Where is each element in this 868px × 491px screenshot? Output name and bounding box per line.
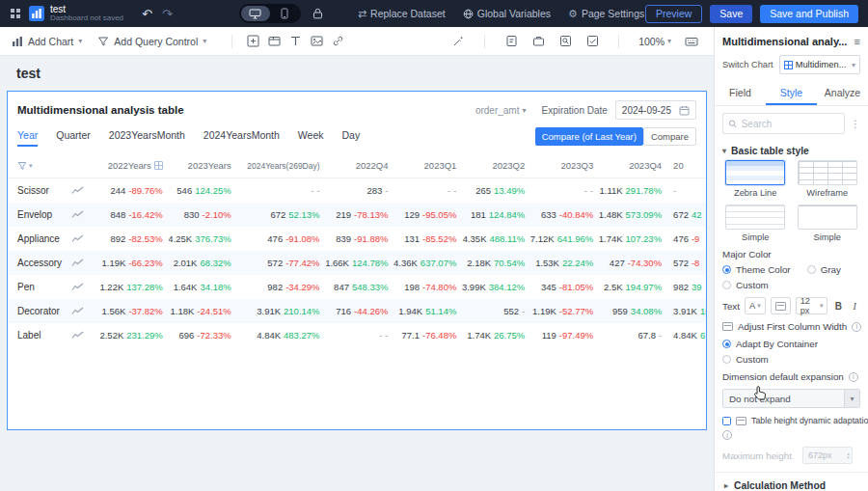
compare-last-year-button[interactable]: Compare (of Last Year) [535, 127, 643, 146]
tab-field[interactable]: Field [715, 81, 766, 105]
insert-component-icon[interactable] [242, 31, 263, 52]
table-cell: 4.84K6,17 [667, 330, 706, 341]
trend-chart-icon[interactable] [71, 234, 84, 243]
text-component-icon[interactable] [285, 31, 306, 52]
briefcase-icon[interactable] [528, 31, 549, 52]
trend-chart-icon[interactable] [71, 186, 84, 195]
theme-color-radio[interactable] [722, 265, 731, 274]
column-header[interactable]: 2022Q4 [326, 160, 394, 171]
column-header[interactable]: 2023Q3 [530, 160, 599, 171]
export-document-icon[interactable] [501, 31, 522, 52]
add-query-control-button[interactable]: Add Query Control▾ [97, 36, 206, 47]
expiration-date-input[interactable]: 2024-09-25 [615, 100, 696, 120]
info-icon[interactable]: i [852, 322, 861, 332]
style-thumbnail[interactable] [725, 160, 785, 185]
panel-menu-icon[interactable]: ≡ [854, 36, 860, 47]
card-tab-day[interactable]: Day [342, 126, 361, 147]
card-tab-2023yearsmonth[interactable]: 2023YearsMonth [109, 126, 185, 147]
switch-chart-dropdown[interactable]: Multidimen... ▾ [779, 55, 860, 74]
column-header[interactable]: 2023Years [169, 160, 237, 171]
font-color-picker[interactable] [771, 297, 791, 314]
app-menu-icon[interactable] [10, 8, 21, 19]
tab-container-icon[interactable] [263, 31, 285, 52]
save-and-publish-button[interactable]: Save and Publish [760, 5, 858, 23]
table-row[interactable]: Appliance892-82.53%4.25K376.73%476-91.08… [8, 227, 706, 251]
table-row[interactable]: Scissor244-89.76%546124.25%--283---26513… [8, 178, 706, 203]
font-size-dropdown[interactable]: 12 px▾ [796, 297, 828, 314]
card-tab-week[interactable]: Week [298, 126, 324, 147]
card-tab-quarter[interactable]: Quarter [56, 126, 91, 147]
table-row[interactable]: Label2.52K231.29%696-72.33%4.84K483.27%-… [8, 323, 706, 347]
zoom-dropdown[interactable]: 100%▾ [638, 36, 671, 47]
page-settings-button[interactable]: ⚙Page Settings [568, 8, 644, 20]
trend-chart-icon[interactable] [71, 259, 84, 267]
info-icon[interactable]: i [849, 372, 858, 382]
trend-chart-icon[interactable] [71, 210, 84, 219]
style-thumbnail[interactable] [725, 205, 785, 230]
font-family-dropdown[interactable]: A▾ [745, 297, 766, 314]
column-meta-icon[interactable] [154, 161, 163, 170]
hyperlink-icon[interactable] [327, 31, 348, 52]
global-variables-button[interactable]: Global Variables [463, 8, 551, 20]
table-style-option-3-simple[interactable]: Simple [722, 205, 789, 242]
table-row[interactable]: Accessory1.19K-66.23%2.01K68.32%572-77.4… [8, 251, 706, 275]
search-box[interactable] [722, 113, 845, 134]
table-cell: 1.74K26.75% [462, 330, 530, 341]
multidimensional-table-card[interactable]: Multidimensional analysis table order_am… [7, 91, 707, 430]
column-header[interactable]: 2024Years(269Day) [237, 161, 326, 171]
adapt-by-container-radio[interactable] [722, 340, 731, 348]
keyboard-shortcuts-icon[interactable] [681, 31, 702, 52]
style-thumbnail[interactable] [798, 160, 857, 185]
search-page-icon[interactable] [555, 31, 576, 52]
bold-button[interactable]: B [832, 301, 844, 312]
gray-radio[interactable] [807, 265, 816, 274]
italic-button[interactable]: I [849, 301, 860, 312]
column-header[interactable]: 2023Q2 [462, 160, 530, 171]
kebab-menu-icon[interactable]: ⋮ [851, 119, 860, 129]
trend-chart-icon[interactable] [71, 307, 84, 315]
save-button[interactable]: Save [710, 5, 752, 23]
search-input[interactable] [742, 119, 839, 129]
column-header[interactable]: 2022Years [100, 160, 169, 171]
table-row[interactable]: Envelop848-16.42%830-2.10%67252.13%219-7… [8, 203, 706, 227]
compare-button[interactable]: Compare [643, 127, 696, 146]
dimension-column-header[interactable]: ▾ [8, 161, 100, 171]
card-tab-2024yearsmonth[interactable]: 2024YearsMonth [203, 126, 280, 147]
mobile-view-toggle[interactable] [270, 6, 299, 21]
image-component-icon[interactable] [306, 31, 327, 52]
custom-color-radio[interactable] [722, 281, 731, 289]
preview-button[interactable]: Preview [645, 5, 702, 23]
table-row[interactable]: Pen1.22K137.28%1.64K34.18%982-34.29%8475… [8, 275, 706, 299]
dimension-expansion-dropdown[interactable]: Do not expand ▾ [722, 389, 860, 408]
device-toggle[interactable] [239, 4, 301, 23]
tab-style[interactable]: Style [766, 81, 817, 105]
column-header[interactable]: 2023Q1 [393, 160, 462, 171]
section-basic-table-style[interactable]: ▾ Basic table style [722, 146, 860, 156]
undo-icon[interactable]: ↶ [142, 7, 152, 21]
style-thumbnail[interactable] [798, 205, 857, 230]
column-header[interactable]: 2023Q4 [599, 160, 667, 171]
measure-dropdown[interactable]: order_amt▾ [475, 105, 527, 116]
add-chart-button[interactable]: Add Chart▾ [12, 36, 82, 47]
table-height-checkbox[interactable] [722, 417, 731, 425]
table-style-option-4-simple[interactable]: Simple [795, 205, 861, 242]
redo-icon[interactable]: ↷ [162, 7, 173, 21]
desktop-view-toggle[interactable] [241, 6, 270, 21]
table-style-option-2-wireframe[interactable]: Wireframe [795, 160, 861, 198]
dashboard-canvas[interactable]: test Multidimensional analysis table ord… [0, 56, 714, 491]
expiration-date-label: Expiration Date [541, 105, 607, 116]
table-row[interactable]: Decorator1.56K-37.82%1.18K-24.51%3.91K21… [8, 299, 706, 323]
checklist-icon[interactable] [582, 31, 603, 52]
trend-chart-icon[interactable] [71, 331, 84, 340]
table-style-option-1-zebra-line[interactable]: Zebra Line [722, 160, 789, 198]
column-header[interactable]: 20 [667, 160, 706, 171]
replace-dataset-button[interactable]: ⇄Replace Dataset [358, 8, 446, 20]
trend-chart-icon[interactable] [71, 283, 84, 291]
lock-icon[interactable] [312, 8, 323, 19]
info-icon[interactable]: i [722, 430, 732, 440]
custom-width-radio[interactable] [722, 355, 731, 364]
section-calculation-method[interactable]: ▸Calculation Method [715, 472, 868, 491]
card-tab-year[interactable]: Year [17, 126, 38, 147]
tab-analyze[interactable]: Analyze [817, 81, 868, 105]
format-brush-icon[interactable] [448, 31, 469, 52]
